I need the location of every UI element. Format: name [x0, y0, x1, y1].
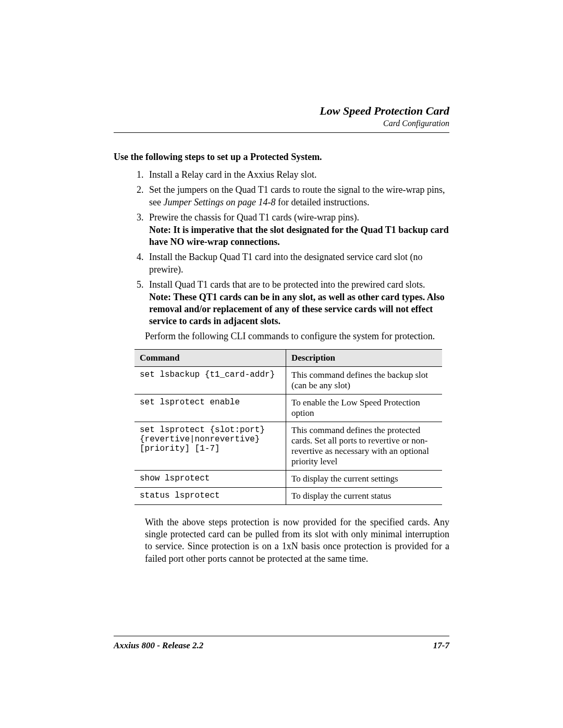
- footer-right: 17-7: [433, 640, 449, 651]
- intro-heading: Use the following steps to set up a Prot…: [114, 152, 449, 163]
- step-2-ref: Jumper Settings on page 14-8: [163, 197, 275, 207]
- table-row: set lsbackup {t1_card-addr} This command…: [134, 366, 442, 394]
- step-2-text-b: for detailed instructions.: [275, 197, 369, 207]
- step-2: Set the jumpers on the Quad T1 cards to …: [146, 184, 449, 208]
- table-row: set lsprotect {slot:port} {revertive|non…: [134, 422, 442, 470]
- cmd-cell: status lsprotect: [134, 487, 286, 504]
- step-3: Prewire the chassis for Quad T1 cards (w…: [146, 212, 449, 248]
- step-1-text: Install a Relay card in the Axxius Relay…: [149, 169, 316, 180]
- desc-cell: To enable the Low Speed Protection optio…: [286, 394, 443, 422]
- cmd-cell: set lsprotect enable: [134, 394, 286, 422]
- step-3-text: Prewire the chassis for Quad T1 cards (w…: [149, 212, 359, 223]
- step-1: Install a Relay card in the Axxius Relay…: [146, 169, 449, 181]
- step-3-note: Note: It is imperative that the slot des…: [149, 225, 449, 247]
- col-description: Description: [286, 349, 443, 366]
- document-page: Low Speed Protection Card Card Configura…: [0, 0, 563, 565]
- table-header-row: Command Description: [134, 349, 442, 366]
- header-title: Low Speed Protection Card: [114, 104, 449, 118]
- step-5: Install Quad T1 cards that are to be pro…: [146, 279, 449, 328]
- cmd-cell: show lsprotect: [134, 470, 286, 487]
- footer-row: Axxius 800 - Release 2.2 17-7: [114, 640, 449, 651]
- perform-text: Perform the following CLI commands to co…: [145, 331, 449, 342]
- header-rule: [114, 132, 449, 133]
- steps-list: Install a Relay card in the Axxius Relay…: [133, 169, 449, 328]
- desc-cell: To display the current settings: [286, 470, 443, 487]
- desc-cell: This command defines the backup slot (ca…: [286, 366, 443, 394]
- step-4: Install the Backup Quad T1 card into the…: [146, 251, 449, 276]
- command-table: Command Description set lsbackup {t1_car…: [134, 349, 442, 505]
- page-header: Low Speed Protection Card Card Configura…: [114, 104, 449, 128]
- footer-left: Axxius 800 - Release 2.2: [114, 640, 203, 651]
- desc-cell: To display the current status: [286, 487, 443, 504]
- table-row: status lsprotect To display the current …: [134, 487, 442, 504]
- cmd-cell: set lsprotect {slot:port} {revertive|non…: [134, 422, 286, 470]
- desc-cell: This command defines the protected cards…: [286, 422, 443, 470]
- step-5-note: Note: These QT1 cards can be in any slot…: [149, 292, 445, 327]
- table-row: set lsprotect enable To enable the Low S…: [134, 394, 442, 422]
- cmd-cell: set lsbackup {t1_card-addr}: [134, 366, 286, 394]
- step-5-text: Install Quad T1 cards that are to be pro…: [149, 279, 425, 290]
- page-footer: Axxius 800 - Release 2.2 17-7: [114, 636, 449, 651]
- table-row: show lsprotect To display the current se…: [134, 470, 442, 487]
- step-4-text: Install the Backup Quad T1 card into the…: [149, 252, 423, 274]
- header-subtitle: Card Configuration: [114, 119, 449, 128]
- closing-paragraph: With the above steps protection is now p…: [145, 516, 449, 565]
- footer-rule: [114, 636, 449, 636]
- col-command: Command: [134, 349, 286, 366]
